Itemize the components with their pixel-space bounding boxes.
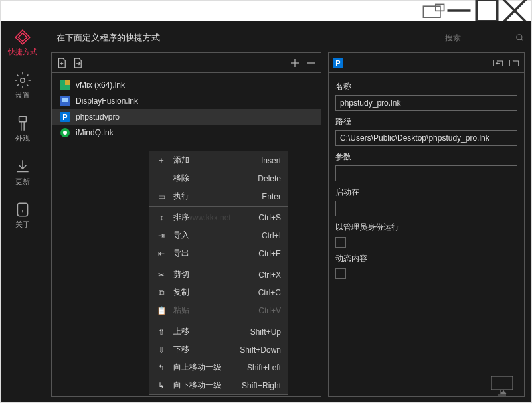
footer-icon[interactable] <box>488 374 517 398</box>
sidebar-item-appearance[interactable]: 外观 <box>1 112 44 146</box>
menu-shortcut: Ctrl+S <box>258 213 281 222</box>
menu-separator <box>149 321 288 321</box>
menu-label: 导入 <box>173 230 255 241</box>
list-item[interactable]: vMix (x64).lnk <box>52 77 321 93</box>
detail-panel: P 名称 phpstudy_pro.lnk 路径 C:\Users\Public… <box>328 52 525 397</box>
phpstudy-icon: P <box>333 58 343 68</box>
menu-icon: ⇩ <box>156 345 167 355</box>
menu-shortcut: Enter <box>262 192 281 201</box>
menu-label: 剪切 <box>173 269 252 280</box>
menu-item[interactable]: ⇥导入Ctrl+I <box>149 226 288 244</box>
menu-icon: ⧉ <box>156 288 167 297</box>
detail-toolbar: P <box>329 53 524 73</box>
vmix-icon <box>60 80 70 90</box>
menu-label: 粘贴 <box>173 305 252 316</box>
file-add-icon[interactable] <box>56 57 68 69</box>
name-label: 名称 <box>335 81 517 92</box>
menu-separator <box>149 206 288 207</box>
app-window: 快捷方式 设置 外观 更新 关于 在下面定义程序的快捷方式 <box>0 0 532 403</box>
menu-item[interactable]: ↰向上移动一级Shift+Left <box>149 359 288 376</box>
path-label: 路径 <box>335 116 517 127</box>
folder-key-icon[interactable] <box>492 57 504 69</box>
menu-shortcut: Delete <box>258 174 281 183</box>
sidebar-item-update[interactable]: 更新 <box>1 155 44 189</box>
svg-rect-23 <box>62 98 68 102</box>
menu-item[interactable]: ⇤导出Ctrl+E <box>149 244 288 262</box>
menu-item[interactable]: ▭执行Enter <box>149 187 288 205</box>
menu-item[interactable]: ⧉复制Ctrl+C <box>149 283 288 301</box>
sidebar: 快捷方式 设置 外观 更新 关于 <box>1 21 44 402</box>
menu-item[interactable]: ＋添加Insert <box>149 151 288 169</box>
folder-open-icon[interactable] <box>508 57 520 69</box>
sidebar-item-shortcuts[interactable]: 快捷方式 <box>1 26 44 60</box>
dynamic-checkbox[interactable] <box>335 268 346 279</box>
titlebar <box>1 1 531 21</box>
name-field[interactable]: phpstudy_pro.lnk <box>335 95 517 111</box>
menu-icon: ＋ <box>156 155 167 166</box>
menu-label: 执行 <box>173 191 255 202</box>
sidebar-label: 快捷方式 <box>8 47 37 57</box>
file-export-icon[interactable] <box>72 57 84 69</box>
menu-label: 导出 <box>173 248 252 259</box>
menu-label: 添加 <box>173 155 254 166</box>
menu-shortcut: Shift+Right <box>242 381 281 390</box>
list-item[interactable]: iMindQ.lnk <box>52 125 321 141</box>
displayfusion-icon <box>60 96 70 106</box>
screenshot-icon[interactable] <box>422 1 445 20</box>
menu-shortcut: Ctrl+C <box>258 288 281 297</box>
menu-label: 下移 <box>173 344 233 355</box>
menu-item[interactable]: ↳向下移动一级Shift+Right <box>149 376 288 394</box>
list-item[interactable]: DisplayFusion.lnk <box>52 93 321 109</box>
minimize-button[interactable] <box>445 1 473 20</box>
startin-field[interactable] <box>335 201 517 216</box>
menu-label: 复制 <box>173 287 252 298</box>
close-button[interactable] <box>501 1 529 20</box>
sidebar-item-about[interactable]: 关于 <box>1 199 44 232</box>
menu-icon: ▭ <box>156 192 167 201</box>
sidebar-label: 设置 <box>15 90 30 100</box>
phpstudy-icon: P <box>60 112 70 122</box>
svg-rect-3 <box>476 0 497 21</box>
minus-icon[interactable] <box>305 57 317 69</box>
menu-shortcut: Shift+Left <box>247 363 281 372</box>
top-row: 在下面定义程序的快捷方式 <box>51 26 525 50</box>
menu-shortcut: Ctrl+V <box>258 306 281 315</box>
menu-shortcut: Shift+Up <box>250 327 281 337</box>
admin-label: 以管理员身份运行 <box>335 222 517 233</box>
menu-icon: ⇥ <box>156 231 167 240</box>
menu-shortcut: Insert <box>261 156 281 165</box>
svg-rect-0 <box>423 6 440 17</box>
sidebar-label: 更新 <box>15 177 30 187</box>
menu-item[interactable]: —移除Delete <box>149 169 288 187</box>
menu-label: 向上移动一级 <box>173 362 240 373</box>
args-field[interactable] <box>335 165 517 181</box>
menu-shortcut: Ctrl+X <box>258 270 281 280</box>
svg-rect-7 <box>19 116 27 122</box>
search-input[interactable] <box>445 33 511 42</box>
args-label: 参数 <box>335 151 517 163</box>
svg-point-25 <box>63 131 67 135</box>
menu-item[interactable]: ⇧上移Shift+Up <box>149 323 288 341</box>
detail-form: 名称 phpstudy_pro.lnk 路径 C:\Users\Public\D… <box>329 73 524 284</box>
menu-icon: ⇧ <box>156 327 167 337</box>
menu-icon: — <box>156 174 167 183</box>
menu-shortcut: Ctrl+I <box>262 231 281 240</box>
menu-shortcut: Shift+Down <box>240 345 281 355</box>
list-item[interactable]: P phpstudypro <box>52 109 321 125</box>
sidebar-item-settings[interactable]: 设置 <box>1 69 44 103</box>
svg-point-13 <box>517 35 522 40</box>
plus-icon[interactable] <box>289 57 301 69</box>
menu-item[interactable]: ↕排序Ctrl+S <box>149 208 288 226</box>
menu-item[interactable]: ✂剪切Ctrl+X <box>149 266 288 283</box>
list-item-label: vMix (x64).lnk <box>76 80 125 90</box>
list-toolbar <box>52 53 321 73</box>
admin-checkbox[interactable] <box>335 237 346 248</box>
svg-point-6 <box>21 78 25 83</box>
imindq-icon <box>60 127 70 138</box>
path-field[interactable]: C:\Users\Public\Desktop\phpstudy_pro.lnk <box>335 130 517 146</box>
menu-icon: ↕ <box>156 213 167 222</box>
menu-label: 向下移动一级 <box>173 380 235 391</box>
maximize-button[interactable] <box>473 1 501 20</box>
context-menu: ＋添加Insert—移除Delete▭执行Enter↕排序Ctrl+S⇥导入Ct… <box>149 151 288 395</box>
menu-item[interactable]: ⇩下移Shift+Down <box>149 341 288 359</box>
